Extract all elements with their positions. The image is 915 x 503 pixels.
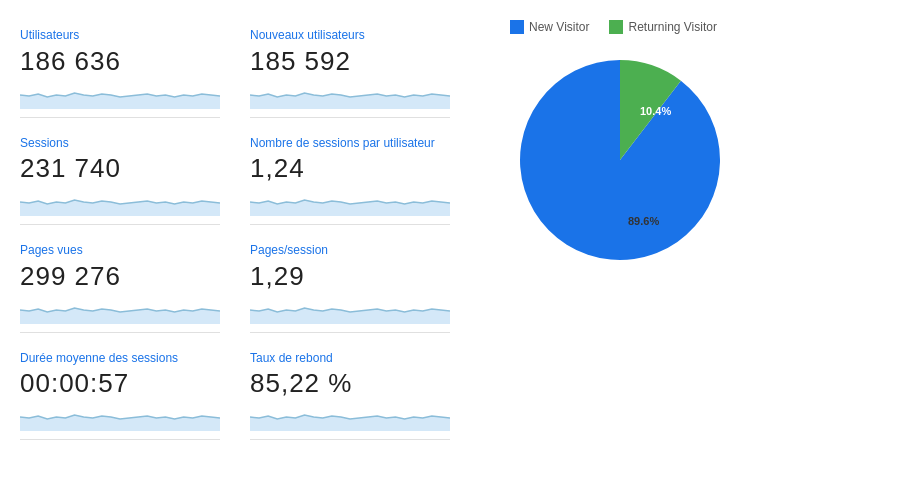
metric-value-6: 00:00:57	[20, 368, 220, 399]
main-layout: Utilisateurs186 636Nouveaux utilisateurs…	[20, 20, 895, 440]
legend-returning-visitor: Returning Visitor	[609, 20, 717, 34]
metric-label-3: Nombre de sessions par utilisateur	[250, 136, 450, 152]
metric-value-4: 299 276	[20, 261, 220, 292]
pie-chart-container: 10.4% 89.6%	[510, 50, 730, 270]
metrics-grid: Utilisateurs186 636Nouveaux utilisateurs…	[20, 20, 450, 440]
metric-value-2: 231 740	[20, 153, 220, 184]
returning-pct-label: 10.4%	[640, 105, 671, 117]
metric-label-2: Sessions	[20, 136, 220, 152]
new-visitor-label: New Visitor	[529, 20, 589, 34]
sparkline-6	[20, 403, 220, 431]
returning-visitor-label: Returning Visitor	[628, 20, 717, 34]
sparkline-1	[250, 81, 450, 109]
sparkline-3	[250, 188, 450, 216]
metric-value-3: 1,24	[250, 153, 450, 184]
metric-card-7: Taux de rebond85,22 %	[250, 343, 450, 441]
metric-label-0: Utilisateurs	[20, 28, 220, 44]
metric-card-1: Nouveaux utilisateurs185 592	[250, 20, 450, 118]
metric-label-5: Pages/session	[250, 243, 450, 259]
metric-value-1: 185 592	[250, 46, 450, 77]
new-pct-label: 89.6%	[628, 215, 659, 227]
sparkline-0	[20, 81, 220, 109]
new-visitor-color-swatch	[510, 20, 524, 34]
metric-card-5: Pages/session1,29	[250, 235, 450, 333]
metric-label-1: Nouveaux utilisateurs	[250, 28, 450, 44]
metric-value-5: 1,29	[250, 261, 450, 292]
chart-section: New Visitor Returning Visitor	[470, 20, 895, 440]
metric-card-0: Utilisateurs186 636	[20, 20, 220, 118]
metric-label-4: Pages vues	[20, 243, 220, 259]
metric-card-6: Durée moyenne des sessions00:00:57	[20, 343, 220, 441]
sparkline-7	[250, 403, 450, 431]
metric-label-6: Durée moyenne des sessions	[20, 351, 220, 367]
metric-label-7: Taux de rebond	[250, 351, 450, 367]
legend-new-visitor: New Visitor	[510, 20, 589, 34]
pie-chart-svg: 10.4% 89.6%	[510, 50, 730, 270]
sparkline-4	[20, 296, 220, 324]
returning-visitor-color-swatch	[609, 20, 623, 34]
metric-card-3: Nombre de sessions par utilisateur1,24	[250, 128, 450, 226]
sparkline-5	[250, 296, 450, 324]
metric-value-7: 85,22 %	[250, 368, 450, 399]
metric-card-4: Pages vues299 276	[20, 235, 220, 333]
metric-value-0: 186 636	[20, 46, 220, 77]
sparkline-2	[20, 188, 220, 216]
chart-legend: New Visitor Returning Visitor	[510, 20, 717, 34]
metric-card-2: Sessions231 740	[20, 128, 220, 226]
